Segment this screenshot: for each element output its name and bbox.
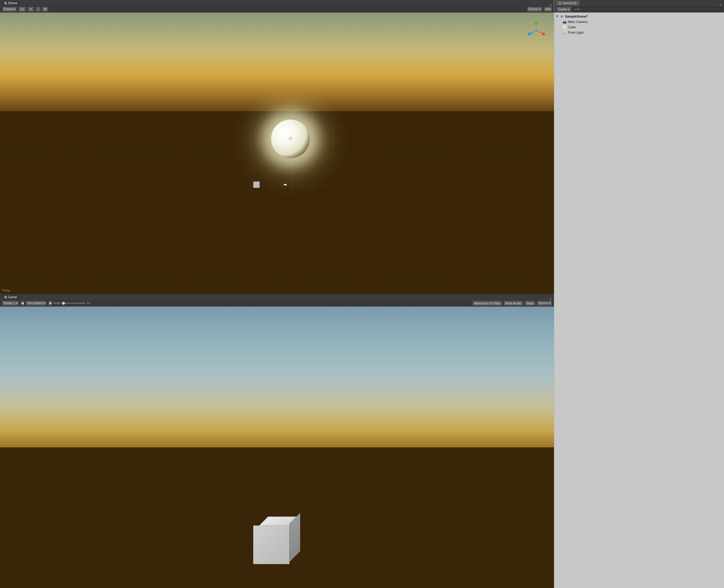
maximize-on-play-btn[interactable]: Maximize On Play bbox=[472, 300, 503, 306]
hierarchy-tab-label: Hierarchy bbox=[562, 1, 577, 5]
shading-dropdown[interactable]: Shaded ▾ bbox=[2, 6, 17, 12]
cube-front-face bbox=[253, 525, 290, 564]
hierarchy-item-point-light[interactable]: 💡 Point Light bbox=[554, 30, 724, 35]
svg-text:Y: Y bbox=[535, 21, 537, 23]
display-dropdown[interactable]: Display 1 ▾ bbox=[2, 300, 19, 306]
game-viewport[interactable] bbox=[0, 307, 554, 588]
hierarchy-create-btn[interactable]: Create ▾ bbox=[556, 6, 572, 12]
game-toolbar: Display 1 ▾ ◀ Free Aspect ▾ ◀ Scale 1x M… bbox=[0, 300, 554, 307]
scene-panel-resize[interactable]: ⊟ bbox=[550, 4, 552, 6]
game-cube-container bbox=[253, 525, 292, 564]
game-tab-label: Game bbox=[8, 295, 17, 299]
gizmos-dropdown[interactable]: Gizmos ▾ bbox=[527, 6, 542, 12]
display-step-left[interactable]: ◀ bbox=[20, 300, 24, 306]
sphere-move-icon: ✛ bbox=[288, 135, 293, 142]
right-panel: ☰ Hierarchy ⊟ Create ▾ ▶ ⊞ SampleScene* … bbox=[554, 0, 724, 588]
scale-slider[interactable] bbox=[62, 303, 86, 304]
cube-hierarchy-icon: ⬜ bbox=[562, 25, 567, 29]
game-tab-bar: ⊞ Game ⊟ bbox=[0, 294, 554, 300]
cube-label: Cube bbox=[568, 25, 576, 29]
game-tab-icon: ⊞ bbox=[4, 295, 7, 299]
scene-toolbar: Shaded ▾ 2D ☀ ♪ ⊞ Gizmos ▾ ⊕All bbox=[0, 6, 554, 13]
shading-label: Shaded bbox=[3, 7, 14, 11]
hierarchy-item-samplescene[interactable]: ▶ ⊞ SampleScene* bbox=[554, 14, 724, 19]
left-panel: ⊞ Scene ⊟ Shaded ▾ 2D ☀ ♪ ⊞ Gizmos ▾ ⊕Al… bbox=[0, 0, 554, 588]
scene-gizmo[interactable]: Y X Z bbox=[527, 21, 545, 39]
hierarchy-toolbar: Create ▾ bbox=[554, 6, 724, 13]
hierarchy-tab-icon: ☰ bbox=[558, 1, 561, 5]
hierarchy-tab-bar: ☰ Hierarchy ⊟ bbox=[554, 0, 724, 6]
main-camera-label: Main Camera bbox=[568, 20, 588, 23]
svg-text:X: X bbox=[544, 33, 545, 35]
audio-btn[interactable]: ♪ bbox=[36, 6, 41, 12]
scene-small-cube bbox=[253, 182, 260, 188]
scene-tab-bar: ⊞ Scene ⊟ bbox=[0, 0, 554, 6]
scene-tab[interactable]: ⊞ Scene bbox=[1, 1, 20, 6]
game-sky bbox=[0, 307, 554, 461]
aspect-step-left[interactable]: ◀ bbox=[48, 300, 52, 306]
hierarchy-content: ▶ ⊞ SampleScene* 📷 Main Camera ⬜ Cube 💡 … bbox=[554, 13, 724, 588]
scale-value: 1x bbox=[87, 301, 90, 305]
hierarchy-item-cube[interactable]: ⬜ Cube bbox=[554, 24, 724, 30]
scene-viewport[interactable]: ✛ ☁ Y X Z P bbox=[0, 13, 554, 294]
aspect-dropdown[interactable]: Free Aspect ▾ bbox=[26, 300, 46, 306]
scene-icon: ⊞ bbox=[560, 14, 564, 19]
camera-icon: 📷 bbox=[562, 20, 567, 24]
scale-label: Scale bbox=[53, 301, 61, 305]
lighting-btn[interactable]: ☀ bbox=[27, 6, 34, 12]
scene-tab-label: Scene bbox=[8, 1, 17, 5]
toolbar-sep-1 bbox=[50, 7, 50, 12]
scene-label: SampleScene* bbox=[565, 15, 588, 18]
hierarchy-tab[interactable]: ☰ Hierarchy bbox=[555, 1, 579, 6]
hierarchy-panel-resize[interactable]: ⊟ bbox=[720, 4, 722, 6]
aspect-arrow-icon: ▾ bbox=[44, 301, 45, 305]
scene-tab-icon: ⊞ bbox=[4, 1, 7, 5]
2d-toggle[interactable]: 2D bbox=[18, 6, 26, 12]
game-gizmos-dropdown[interactable]: Gizmos ▾ bbox=[537, 300, 552, 306]
scene-sphere: ✛ bbox=[271, 120, 310, 158]
display-arrow-icon: ▾ bbox=[16, 301, 18, 305]
scene-expand-arrow: ▶ bbox=[555, 15, 558, 18]
game-panel-resize[interactable]: ⊟ bbox=[550, 298, 552, 300]
svg-text:Z: Z bbox=[528, 33, 530, 35]
hierarchy-search-input[interactable] bbox=[573, 7, 722, 12]
scene-persp-label: Persp bbox=[2, 289, 10, 292]
scene-light-icon: ☁ bbox=[283, 182, 287, 186]
effects-btn[interactable]: ⊞ bbox=[42, 6, 48, 12]
stats-btn[interactable]: Stats bbox=[525, 300, 535, 306]
hierarchy-item-main-camera[interactable]: 📷 Main Camera bbox=[554, 19, 724, 24]
mute-audio-btn[interactable]: Mute Audio bbox=[503, 300, 523, 306]
shading-arrow-icon: ▾ bbox=[14, 7, 16, 11]
point-light-label: Point Light bbox=[568, 31, 583, 34]
all-layers-dropdown[interactable]: ⊕All bbox=[544, 6, 552, 12]
light-hierarchy-icon: 💡 bbox=[562, 30, 567, 35]
svg-rect-9 bbox=[535, 29, 537, 32]
game-tab[interactable]: ⊞ Game bbox=[1, 295, 20, 300]
